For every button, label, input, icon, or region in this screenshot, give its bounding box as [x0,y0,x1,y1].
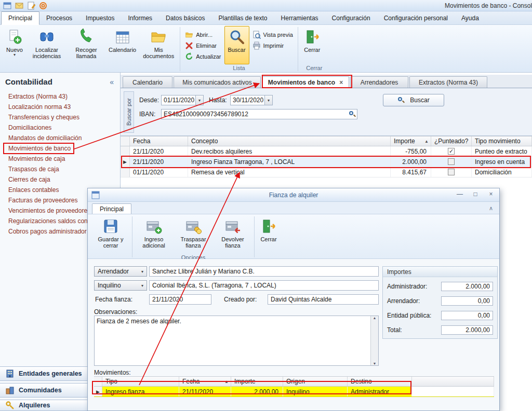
menu-tab-plantillas-de-texto[interactable]: Plantillas de texto [211,12,274,24]
menu-tab-informes[interactable]: Informes [121,12,159,24]
menu-tab-procesos[interactable]: Procesos [39,12,79,24]
arrendador-amount[interactable]: 0,00 [441,296,493,306]
buscar-button[interactable]: Buscar [224,26,249,64]
arrendador-combo[interactable]: Arrendador ▾ [94,266,147,277]
menu-tab-herramientas[interactable]: Herramientas [274,12,325,24]
collapse-ribbon-icon[interactable]: ∧ [489,205,493,212]
cash-coins-icon [185,218,202,235]
sidebar-item-movimientos-de-banco[interactable]: Movimientos de banco [0,143,121,154]
column-header-concepto[interactable]: Concepto [188,136,391,146]
ingreso-adicional-button[interactable]: Ingreso adicional [134,215,174,254]
table-row-selected[interactable]: ▶ 21/11/2020 Ingreso Fianza Tarragona, 7… [121,157,532,167]
actualizar-button[interactable]: Actualizar [182,51,224,62]
punteado-checkbox[interactable] [448,169,455,175]
iban-input[interactable]: ES4821000900973456789012 [161,109,357,119]
observaciones-scrollbar[interactable]: ▲ ▼ [370,316,378,365]
sidebar-item-localizacion-norma-43[interactable]: Localización norma 43 [0,102,121,112]
scroll-up-icon[interactable]: ▲ [373,316,377,320]
folder-icon [150,29,167,45]
traspasar-fianza-button[interactable]: Traspasar fianza [174,215,213,254]
mis-documentos-button[interactable]: Mis documentos [139,26,178,64]
nuevo-button[interactable]: Nuevo ▾ [2,26,27,64]
movimiento-row-highlighted[interactable]: ▶ Ingreso fianza 21/11/2020 2.000,00 Inq… [94,387,494,397]
sidebar-item-traspasos-de-caja[interactable]: Traspasos de caja [0,164,121,174]
inquilino-combo[interactable]: Inquilino ▾ [94,280,147,291]
abrir-button[interactable]: Abrir... [182,29,224,40]
iban-search-icon[interactable] [349,111,356,118]
close-tab-icon[interactable]: × [339,79,343,86]
column-header-tipo-movimiento[interactable]: Tipo movimiento [472,136,532,146]
column-header-origen[interactable]: Origen [283,377,348,386]
column-header-importe[interactable]: Importe [231,377,283,386]
calendario-button[interactable]: Calendario [106,26,139,64]
collapse-sidebar-icon[interactable]: « [110,78,114,86]
creado-por-input[interactable]: David Quintas Alcalde [268,294,379,305]
table-row[interactable]: 21/11/2020 Dev.recibos alquileres -755,0… [121,146,532,157]
application-window: Movimientos de banco - Consola AB Princi… [0,0,532,411]
recoger-llamada-button[interactable]: Recoger llamada [66,26,106,64]
app-icon[interactable] [3,2,11,10]
administrador-amount[interactable]: 2.000,00 [441,282,493,291]
column-header-fecha[interactable]: Fecha [130,136,188,146]
menu-tab-configuracion-personal[interactable]: Configuración personal [377,12,455,24]
sidebar-item-cierres-de-caja[interactable]: Cierres de caja [0,174,121,185]
arrendador-input[interactable]: Sanchez Llibre Julián y Mariano C.B. [149,266,379,277]
notes-icon[interactable] [27,2,35,10]
punteado-checkbox[interactable] [448,158,455,165]
punteado-checkbox[interactable]: ✓ [448,148,455,155]
vista-previa-button[interactable]: Vista previa [249,29,296,40]
menu-tab-principal[interactable]: Principal [1,11,39,25]
inquilino-input[interactable]: Colonial Ibérica, S.L. (Tarragona, 7 , L… [149,280,379,291]
close-icon[interactable]: × [487,190,495,198]
restore-icon[interactable]: □ [471,190,480,198]
menu-tab-impuestos[interactable]: Impuestos [79,12,121,24]
sidebar-item-mandatos-de-domiciliacion[interactable]: Mandatos de domiciliación [0,133,121,143]
tab-arrendadores[interactable]: Arrendadores [350,76,408,88]
localizar-incidencias-button[interactable]: Localizar incidencias [27,26,66,64]
cerrar-button[interactable]: Cerrar [300,26,325,64]
tab-calendario[interactable]: Calendario [123,76,172,88]
table-row[interactable]: 01/11/2020 Remesa de vertical 8.415,67 D… [121,167,532,177]
cell-fecha: 21/11/2020 [130,146,188,156]
sidebar-item-domiciliaciones[interactable]: Domiciliaciones [0,122,121,133]
desde-date-input[interactable]: 01/11/2020 ▾ [161,95,204,105]
dialog-cerrar-button[interactable]: Cerrar [256,215,281,254]
comunidades-label: Comunidades [19,387,62,394]
mail-icon[interactable] [15,2,23,10]
dialog-tab-principal[interactable]: Principal [92,203,131,214]
desde-dropdown-icon[interactable]: ▾ [195,95,203,105]
menu-tab-ayuda[interactable]: Ayuda [455,12,486,24]
tab-mis-comunicados-activos[interactable]: Mis comunicados activos [174,76,261,88]
imprimir-button[interactable]: Imprimir [249,40,296,51]
sidebar-item-transferencias-y-cheques[interactable]: Transferencias y cheques [0,112,121,122]
sidebar-item-movimientos-de-caja[interactable]: Movimientos de caja [0,154,121,164]
fecha-fianza-input[interactable]: 21/11/2020 [149,294,211,305]
scroll-down-icon[interactable]: ▼ [373,362,377,365]
exit-door-icon [304,29,321,45]
sidebar-item-extractos-norma-43[interactable]: Extractos (Norma 43) [0,91,121,102]
column-header-punteado[interactable]: ¿Punteado? [431,136,472,146]
menu-tab-configuracion[interactable]: Configuración [325,12,377,24]
column-header-destino[interactable]: Destino [348,377,412,386]
buscar-button-panel[interactable]: Buscar [383,94,444,106]
call-record-icon[interactable] [39,2,47,10]
inquilino-value: Colonial Ibérica, S.L. (Tarragona, 7 , L… [152,282,276,289]
observaciones-textarea[interactable]: Fianza de 2 meses de alquiler. ▲ ▼ [94,316,379,366]
total-amount[interactable]: 2.000,00 [441,325,493,335]
column-header-tipo[interactable]: Tipo [102,377,179,386]
calendario-label: Calendario [109,47,136,53]
minimize-icon[interactable]: — [456,190,464,198]
column-header-fecha[interactable]: Fecha▲ [179,377,231,386]
guardar-y-cerrar-button[interactable]: Guardar y cerrar [91,215,130,254]
tab-movimientos-de-banco[interactable]: Movimientos de banco × [262,76,349,88]
creado-por-label: Creado por: [224,296,257,303]
hasta-date-input[interactable]: 30/11/2020 ▾ [230,95,273,105]
devolver-fianza-button[interactable]: Devolver fianza [213,215,252,254]
hasta-dropdown-icon[interactable]: ▾ [264,95,272,105]
menu-tab-datos-basicos[interactable]: Datos básicos [159,12,211,24]
entidad-publica-amount[interactable]: 0,00 [441,311,493,320]
tab-extractos-norma-43[interactable]: Extractos (Norma 43) [409,76,487,88]
eliminar-button[interactable]: Eliminar [182,40,224,51]
column-header-importe[interactable]: Importe▲ [391,136,431,146]
actualizar-label: Actualizar [196,53,221,60]
